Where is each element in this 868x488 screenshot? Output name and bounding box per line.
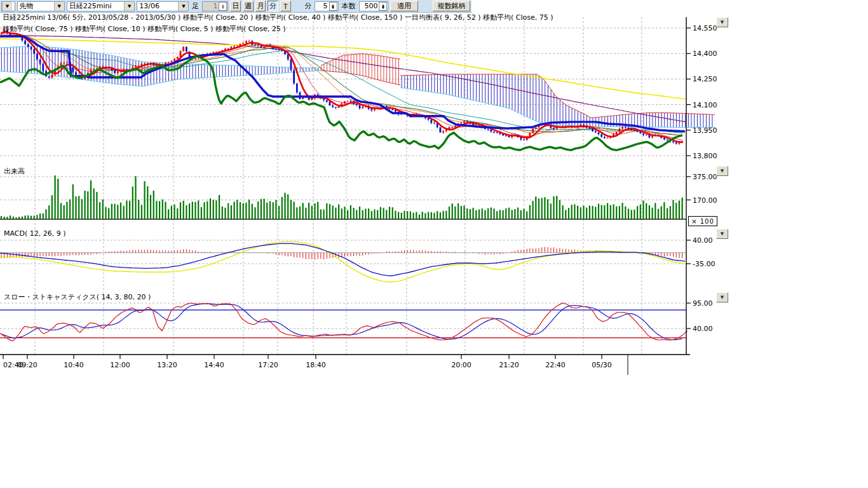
volume-multiplier-badge: × 100: [688, 216, 717, 226]
time-axis-label: 20:00: [451, 361, 471, 369]
axis-label: 14,250: [693, 75, 717, 83]
time-axis-label: 12:00: [110, 361, 130, 369]
trading-app-window: { "toolbar": { "mini_combo_label": "", "…: [0, 0, 868, 488]
time-axis-label: 21:20: [499, 361, 519, 369]
time-axis-label: 10:40: [64, 361, 84, 369]
panel-title: 移動平均( Close, 75 ) 移動平均( Close, 10 ) 移動平均…: [3, 25, 286, 33]
chart-canvas[interactable]: 14,55014,40014,25014,10013,95013,800375.…: [0, 0, 737, 381]
chevron-down-icon: ▼: [721, 168, 724, 173]
axis-label: -35.00: [693, 260, 715, 268]
time-axis-label: 14:40: [204, 361, 224, 369]
chevron-down-icon: ▼: [721, 20, 724, 25]
macd-panel-collapse-button[interactable]: ▼: [716, 229, 728, 239]
stoch-panel-collapse-button[interactable]: ▼: [716, 292, 728, 302]
axis-label: 13,950: [693, 126, 717, 135]
time-axis-label: 13:20: [157, 361, 177, 369]
chevron-down-icon: ▼: [721, 231, 724, 236]
chevron-down-icon: ▼: [721, 295, 724, 300]
time-axis-label: 05/30: [592, 361, 612, 369]
axis-label: 170.00: [693, 196, 717, 205]
axis-label: 40.00: [693, 236, 713, 245]
axis-label: 14,400: [693, 50, 717, 58]
axis-label: 14,550: [693, 24, 717, 32]
panel-title: MACD( 12, 26, 9 ): [4, 229, 66, 238]
time-axis-label: 17:20: [258, 361, 278, 369]
panel-title: スロー・ストキャスティクス( 14, 3, 80, 20 ): [4, 293, 151, 301]
axis-label: 95.00: [693, 299, 713, 308]
panel-title: 日経225mini 13/06( 5分, 2013/05/28 - 2013/0…: [3, 13, 553, 22]
price-panel-collapse-button[interactable]: ▼: [716, 17, 728, 27]
time-axis-label: 09:20: [17, 361, 37, 369]
axis-label: 13,800: [693, 152, 717, 160]
axis-label: 375.00: [693, 173, 717, 181]
time-axis-label: 22:40: [545, 361, 566, 369]
volume-panel-collapse-button[interactable]: ▼: [716, 166, 728, 176]
axis-label: 40.00: [693, 325, 713, 333]
time-axis-label: 18:40: [306, 361, 326, 369]
axis-label: 14,100: [693, 101, 717, 109]
panel-title: 出来高: [4, 167, 25, 175]
